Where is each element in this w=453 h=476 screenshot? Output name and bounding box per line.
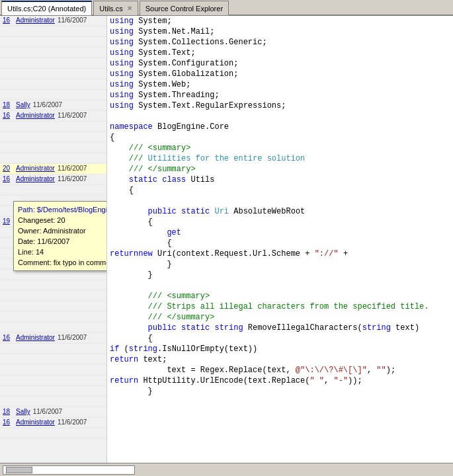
line-number[interactable]: 16 <box>3 17 15 24</box>
annotation-author[interactable]: Sally <box>16 101 30 108</box>
tooltip-changeset: Changeset: 20 <box>18 215 107 225</box>
annotation-panel: 16Administrator 11/6/2007 18Sally 11/6/2… <box>0 16 107 463</box>
code-line <box>107 196 453 206</box>
tooltip-line: Line: 14 <box>18 247 107 257</box>
annotation-row: 16Administrator 11/6/2007 <box>0 111 106 122</box>
code-line: /// </summary> <box>107 312 453 323</box>
tab-bar: Utils.cs;C20 (Annotated) Utils.cs ✕ Sour… <box>0 0 453 16</box>
annotation-row <box>0 26 106 37</box>
annotation-row <box>0 132 106 143</box>
annotation-date: 11/6/2007 <box>58 165 87 172</box>
annotation-row <box>0 143 106 153</box>
code-line: { <box>107 185 453 196</box>
annotation-date: 11/6/2007 <box>33 408 63 415</box>
tab-source-control[interactable]: Source Control Explorer <box>140 1 229 15</box>
code-line: /// Strips all illegal characters from t… <box>107 301 453 312</box>
annotation-author[interactable]: Administrator <box>16 17 55 24</box>
code-line: { <box>107 132 453 143</box>
code-line: using System.Threading; <box>107 90 453 100</box>
annotation-row <box>0 365 106 376</box>
horizontal-scrollbar[interactable] <box>3 465 135 475</box>
annotation-row <box>0 58 106 69</box>
annotation-row <box>0 122 106 132</box>
annotation-row <box>0 280 106 291</box>
annotation-row <box>0 48 106 58</box>
code-line: } <box>107 259 453 270</box>
code-line: /// <summary> <box>107 291 453 301</box>
tooltip-path: Path: $/Demo/test/BlogEngien.Core/Utils.… <box>18 204 107 215</box>
tab-utils[interactable]: Utils.cs ✕ <box>93 1 138 15</box>
tooltip-owner: Owner: Administrator <box>18 225 107 236</box>
code-line: using System.Globalization; <box>107 69 453 79</box>
annotation-author[interactable]: Administrator <box>16 175 55 182</box>
scrollbar-area <box>0 463 453 476</box>
annotation-date: 11/6/2007 <box>58 334 87 341</box>
code-line: using System.Net.Mail; <box>107 26 453 37</box>
tab-annotated[interactable]: Utils.cs;C20 (Annotated) <box>1 1 92 15</box>
code-line: using System.Configuration; <box>107 58 453 69</box>
annotation-date: 11/6/2007 <box>58 175 87 182</box>
annotation-author[interactable]: Administrator <box>16 418 55 426</box>
annotation-row: 16Administrator 11/6/2007 <box>0 16 106 26</box>
annotation-row <box>0 153 106 164</box>
annotation-row: 16Administrator 11/6/2007 <box>0 418 106 428</box>
annotation-author[interactable]: Administrator <box>16 112 55 119</box>
annotation-row <box>0 90 106 100</box>
code-line <box>107 111 453 122</box>
annotation-row: 18Sally 11/6/2007 <box>0 407 106 418</box>
code-line: /// <summary> <box>107 143 453 153</box>
code-line: return new Uri(context.Request.Url.Schem… <box>107 249 453 259</box>
line-number[interactable]: 18 <box>3 101 15 108</box>
code-line: get <box>107 227 453 238</box>
annotation-tooltip: Path: $/Demo/test/BlogEngien.Core/Utils.… <box>13 201 107 271</box>
tab-utils-close[interactable]: ✕ <box>127 5 132 12</box>
code-line: using System.Web; <box>107 79 453 90</box>
main-content: 16Administrator 11/6/2007 18Sally 11/6/2… <box>0 16 453 463</box>
annotation-row <box>0 344 106 354</box>
annotation-row: 16Administrator 11/6/2007 <box>0 175 106 185</box>
annotation-row <box>0 376 106 386</box>
annotation-row <box>0 354 106 365</box>
annotation-author[interactable]: Sally <box>16 408 30 415</box>
annotation-row: 20Administrator 11/6/2007 <box>0 164 106 175</box>
annotation-row <box>0 79 106 90</box>
code-panel[interactable]: using System;using System.Net.Mail;using… <box>107 16 453 463</box>
annotation-row <box>0 69 106 79</box>
code-line: { <box>107 238 453 249</box>
code-line: { <box>107 333 453 344</box>
tooltip-comment: Comment: fix typo in comment <box>18 257 107 268</box>
annotation-row <box>0 312 106 323</box>
line-number[interactable]: 16 <box>3 112 15 119</box>
annotation-date: 11/6/2007 <box>58 418 87 426</box>
line-number[interactable]: 16 <box>3 175 15 182</box>
annotation-row <box>0 37 106 48</box>
code-line: using System.Text; <box>107 48 453 58</box>
line-number[interactable]: 20 <box>3 165 15 172</box>
annotation-row <box>0 386 106 397</box>
code-line: return HttpUtility.UrlEncode(text.Replac… <box>107 376 453 386</box>
code-line: } <box>107 270 453 280</box>
line-number[interactable]: 16 <box>3 334 15 341</box>
code-line: if (string.IsNullOrEmpty(text)) <box>107 344 453 354</box>
annotation-row <box>0 301 106 312</box>
annotation-row <box>0 270 106 280</box>
annotation-author[interactable]: Administrator <box>16 334 55 341</box>
code-line: using System; <box>107 16 453 26</box>
scroll-thumb[interactable] <box>6 467 32 473</box>
code-line: using System.Collections.Generic; <box>107 37 453 48</box>
line-number[interactable]: 16 <box>3 418 15 426</box>
code-line: return text; <box>107 354 453 365</box>
annotation-row <box>0 185 106 196</box>
code-line <box>107 280 453 291</box>
line-number[interactable]: 18 <box>3 408 15 415</box>
annotation-date: 11/6/2007 <box>33 101 63 108</box>
tooltip-date: Date: 11/6/2007 <box>18 236 107 247</box>
code-line: text = Regex.Replace(text, @"\:\/\?\#\[\… <box>107 365 453 376</box>
annotation-author[interactable]: Administrator <box>16 165 55 172</box>
code-line: { <box>107 217 453 227</box>
code-line: /// </summary> <box>107 164 453 175</box>
code-line: public static Uri AbsoluteWebRoot <box>107 206 453 217</box>
code-line: namespace BlogEngine.Core <box>107 122 453 132</box>
annotation-row <box>0 397 106 407</box>
annotation-date: 11/6/2007 <box>58 17 87 24</box>
